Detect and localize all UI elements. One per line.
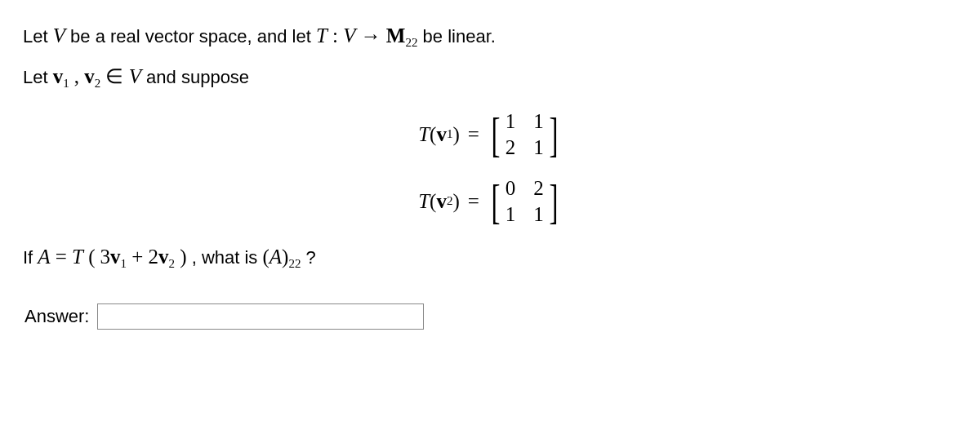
intro-line-2: Let v1 , v2 ∈ V and suppose — [23, 60, 957, 93]
lparen: ( — [88, 246, 95, 268]
m11: 0 — [506, 177, 516, 200]
question-line: If A = T ( 3v1 + 2v2 ) , what is (A)22 ? — [23, 246, 957, 271]
rparen: ) — [452, 123, 459, 146]
rparen: ) — [452, 190, 459, 213]
sub-22: 22 — [288, 257, 301, 270]
equals: = — [468, 123, 479, 146]
lparen: ( — [430, 190, 436, 213]
m21: 1 — [506, 203, 516, 226]
m12: 1 — [533, 110, 544, 133]
sub-2: 2 — [95, 78, 101, 91]
v: v — [158, 246, 169, 268]
lparen2: ( — [262, 246, 269, 268]
display-equations: T ( v1 ) = [ 1 1 2 1 ] T ( v2 ) = [ 0 2 … — [23, 110, 957, 226]
text: Let — [23, 67, 53, 87]
m22: 1 — [533, 136, 544, 159]
var-V-2: V — [343, 24, 355, 47]
sub-1: 1 — [63, 78, 69, 91]
intro-line-1: Let V be a real vector space, and let T … — [23, 20, 957, 52]
bracket-left-icon: [ — [491, 116, 500, 153]
coef-2: 2 — [149, 246, 159, 268]
sub: 1 — [447, 127, 453, 141]
var-A-2: A — [270, 246, 282, 268]
m11: 1 — [506, 110, 516, 133]
plus: + — [131, 246, 148, 268]
answer-row: Answer: — [24, 303, 957, 330]
bracket-right-icon: ] — [549, 183, 558, 220]
var-T: T — [316, 24, 327, 47]
v: v — [436, 190, 447, 213]
sub1: 1 — [121, 257, 127, 270]
coef-3: 3 — [100, 246, 111, 268]
text: If — [23, 247, 38, 268]
text: be linear. — [423, 26, 496, 47]
var-V-3: V — [129, 65, 141, 87]
m21: 2 — [506, 136, 516, 159]
sub-M22: 22 — [405, 36, 417, 49]
sub: 2 — [447, 194, 453, 208]
v: v — [436, 123, 447, 146]
comma: , — [74, 65, 85, 87]
equals: = — [56, 246, 72, 268]
colon: : — [332, 24, 343, 47]
equation-Tv1: T ( v1 ) = [ 1 1 2 1 ] — [418, 110, 562, 159]
m22: 1 — [533, 203, 544, 226]
var-v2: v — [84, 65, 95, 87]
sub2: 2 — [169, 257, 176, 270]
var-T: T — [72, 246, 83, 268]
m12: 2 — [533, 177, 544, 200]
T: T — [418, 190, 430, 213]
lparen: ( — [430, 123, 436, 146]
var-v1: v — [53, 65, 64, 87]
var-V: V — [53, 24, 65, 47]
text: , what is — [192, 247, 263, 268]
var-A: A — [38, 246, 50, 268]
qmark: ? — [306, 247, 316, 268]
bracket-left-icon: [ — [491, 183, 500, 220]
element-of-icon: ∈ — [105, 65, 128, 87]
bracket-right-icon: ] — [549, 116, 558, 153]
text: be a real vector space, and let — [70, 26, 316, 47]
v: v — [110, 246, 121, 268]
text: and suppose — [146, 67, 249, 87]
answer-input[interactable] — [97, 303, 424, 330]
matrix-2: [ 0 2 1 1 ] — [488, 177, 562, 226]
T: T — [418, 123, 430, 146]
text: Let — [23, 26, 53, 47]
arrow-icon: → — [361, 24, 386, 47]
matrix-1: [ 1 1 2 1 ] — [488, 110, 562, 159]
equation-Tv2: T ( v2 ) = [ 0 2 1 1 ] — [418, 177, 562, 226]
rparen: ) — [180, 246, 186, 268]
var-M: M — [386, 24, 406, 47]
equals: = — [468, 190, 479, 213]
answer-label: Answer: — [24, 306, 89, 327]
